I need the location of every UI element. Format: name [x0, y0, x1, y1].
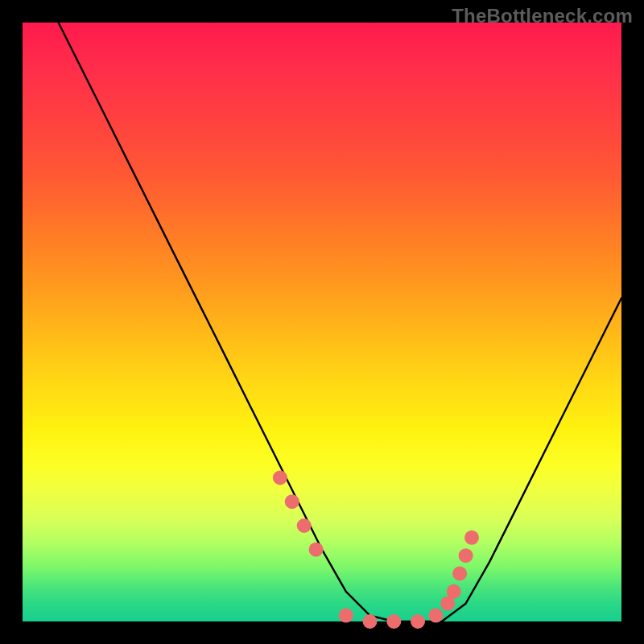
- watermark-text: TheBottleneck.com: [452, 5, 633, 27]
- curve-layer: [23, 23, 621, 621]
- optimum-marker-dot: [447, 584, 461, 599]
- bottleneck-curve: [59, 23, 621, 621]
- chart-frame: TheBottleneck.com: [0, 0, 644, 644]
- optimum-marker-dot: [297, 518, 312, 533]
- optimum-marker-dot: [386, 614, 401, 629]
- optimum-marker-dot: [459, 548, 473, 563]
- optimum-marker-dot: [339, 609, 353, 623]
- optimum-marker-dot: [411, 614, 425, 629]
- optimum-marker-dot: [309, 543, 324, 557]
- optimum-marker-dot: [273, 470, 287, 485]
- heat-gradient-plot-area: [23, 23, 621, 621]
- optimum-marker-dot: [285, 494, 299, 509]
- optimum-marker-dots: [273, 470, 479, 629]
- optimum-marker-dot: [428, 609, 443, 623]
- optimum-marker-dot: [464, 530, 479, 545]
- optimum-marker-dot: [452, 567, 467, 581]
- bottleneck-curve-path: [59, 23, 621, 621]
- optimum-marker-dot: [363, 614, 378, 629]
